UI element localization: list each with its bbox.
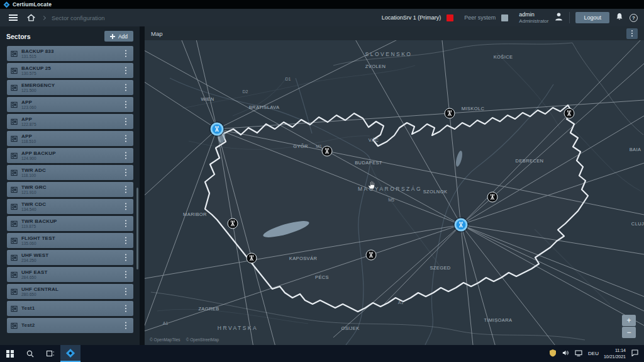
kebab-icon (125, 104, 127, 106)
sector-item[interactable]: APP123.060 (7, 97, 133, 112)
sector-item[interactable]: BACKUP 25130.575 (7, 63, 133, 78)
map-attribution: © OpenMapTiles © OpenStreetMap (150, 337, 219, 342)
taskbar-app-certiumlocate[interactable] (60, 345, 80, 362)
sector-menu-button[interactable] (122, 253, 130, 262)
map-graphics (145, 40, 644, 345)
home-button[interactable] (26, 13, 36, 22)
taskbar-clock[interactable]: 11:14 10/21/2021 (604, 348, 626, 359)
attribution-openmaptiles[interactable]: © OpenMapTiles (150, 337, 180, 342)
notifications-button[interactable] (615, 12, 624, 24)
bell-icon (615, 12, 624, 21)
menu-icon[interactable] (9, 17, 18, 18)
chevron-right-icon (42, 15, 46, 20)
sector-item[interactable]: TWR ADC118.100 (7, 165, 133, 180)
sector-item[interactable]: FLIGHT TEST135.060 (7, 233, 133, 248)
sector-menu-button[interactable] (122, 185, 130, 194)
sector-menu-button[interactable] (122, 304, 130, 313)
add-sector-button[interactable]: Add (104, 31, 133, 42)
sector-menu-button[interactable] (122, 49, 130, 58)
sector-item[interactable]: Test2 (7, 318, 133, 333)
sector-icon (11, 322, 18, 329)
sector-menu-button[interactable] (122, 100, 130, 109)
sector-item[interactable]: TWR CDC134.540 (7, 199, 133, 214)
language-indicator[interactable]: DEU (588, 351, 599, 356)
sector-menu-button[interactable] (122, 219, 130, 228)
bearing-line (217, 40, 409, 129)
sector-menu-button[interactable] (122, 83, 130, 92)
kebab-icon (631, 33, 633, 34)
network-icon[interactable] (575, 348, 583, 359)
sector-item[interactable]: UHF CENTRAL280.650 (7, 284, 133, 299)
kebab-icon (125, 274, 127, 276)
map-canvas[interactable]: SLOVENSKOZVOLENKOŠICED1D2WIENBRATISLAVAM… (145, 40, 644, 345)
sector-item[interactable]: APP122.875 (7, 114, 133, 129)
antenna-marker[interactable] (322, 146, 333, 157)
taskbar-search-button[interactable] (20, 345, 40, 362)
sector-name: APP BACKUP (21, 150, 56, 156)
sector-icon (11, 50, 18, 57)
sector-name: BACKUP 25 (21, 65, 51, 71)
sector-menu-button[interactable] (122, 287, 130, 296)
sector-item[interactable]: BACKUP 833131.515 (7, 46, 133, 61)
antenna-marker[interactable] (487, 192, 498, 203)
antenna-marker[interactable] (228, 218, 238, 229)
sector-frequency: 119.875 (21, 224, 57, 229)
sector-menu-button[interactable] (122, 117, 130, 126)
sector-menu-button[interactable] (122, 168, 130, 177)
add-button-label: Add (118, 33, 128, 40)
breadcrumb: Sector configuration (52, 14, 105, 21)
sector-item[interactable]: TWR BACKUP119.875 (7, 216, 133, 231)
action-center-button[interactable] (631, 348, 639, 359)
sector-menu-button[interactable] (122, 270, 130, 279)
sector-item[interactable]: UHF EAST284.650 (7, 267, 133, 282)
sector-menu-button[interactable] (122, 151, 130, 160)
sector-frequency: 280.650 (21, 292, 58, 297)
sector-name: TWR ADC (21, 167, 46, 173)
volume-icon[interactable] (562, 348, 570, 359)
sector-item[interactable]: TWR GRC121.910 (7, 182, 133, 197)
zoom-in-button[interactable]: + (622, 315, 636, 326)
certiumlocate-app-icon (66, 348, 75, 357)
map-menu-button[interactable] (626, 28, 638, 39)
sidebar-scrollbar[interactable] (136, 188, 138, 269)
zoom-out-button[interactable]: − (622, 327, 636, 338)
tray-security-icon[interactable] (549, 348, 557, 359)
sector-item[interactable]: APP BACKUP124.900 (7, 148, 133, 163)
sector-menu-button[interactable] (122, 134, 130, 143)
sector-menu-button[interactable] (122, 202, 130, 211)
task-view-button[interactable] (40, 345, 60, 362)
antenna-marker[interactable] (445, 108, 455, 119)
sector-item[interactable]: EMERGENCY121.500 (7, 80, 133, 95)
help-button[interactable]: ? (630, 14, 638, 22)
sector-item[interactable]: Test1 (7, 301, 133, 316)
sector-menu-button[interactable] (122, 321, 130, 330)
sector-frequency: 284.650 (21, 275, 48, 280)
sectors-sidebar: Sectors Add BACKUP 833131.515BACKUP 2513… (0, 26, 140, 345)
selected-site-marker[interactable] (211, 123, 224, 136)
selected-site-marker[interactable] (455, 218, 468, 232)
antenna-marker[interactable] (366, 250, 377, 261)
sector-item[interactable]: UHF WEST234.250 (7, 250, 133, 265)
antenna-marker[interactable] (247, 253, 257, 264)
sector-name: TWR BACKUP (21, 218, 57, 224)
sector-name: UHF EAST (21, 269, 48, 275)
sector-name: BACKUP 833 (21, 48, 54, 54)
user-avatar-button[interactable] (554, 12, 564, 24)
attribution-openstreetmap[interactable]: © OpenStreetMap (186, 337, 219, 342)
sector-menu-button[interactable] (122, 66, 130, 75)
kebab-icon (125, 240, 127, 242)
antenna-icon (248, 254, 256, 263)
kebab-icon (125, 138, 127, 140)
bearing-line (217, 100, 644, 129)
antenna-marker[interactable] (564, 108, 575, 119)
start-button[interactable] (0, 345, 20, 362)
sector-menu-button[interactable] (122, 236, 130, 245)
sector-name: Test1 (21, 305, 35, 311)
sector-name: UHF WEST (21, 252, 48, 258)
sector-frequency: 121.500 (21, 88, 55, 93)
window-titlebar: CertiumLocate (0, 0, 644, 9)
sector-item[interactable]: APP118.510 (7, 131, 133, 146)
logout-button[interactable]: Logout (575, 12, 609, 23)
kebab-icon (125, 155, 127, 157)
bearing-line (145, 129, 217, 201)
